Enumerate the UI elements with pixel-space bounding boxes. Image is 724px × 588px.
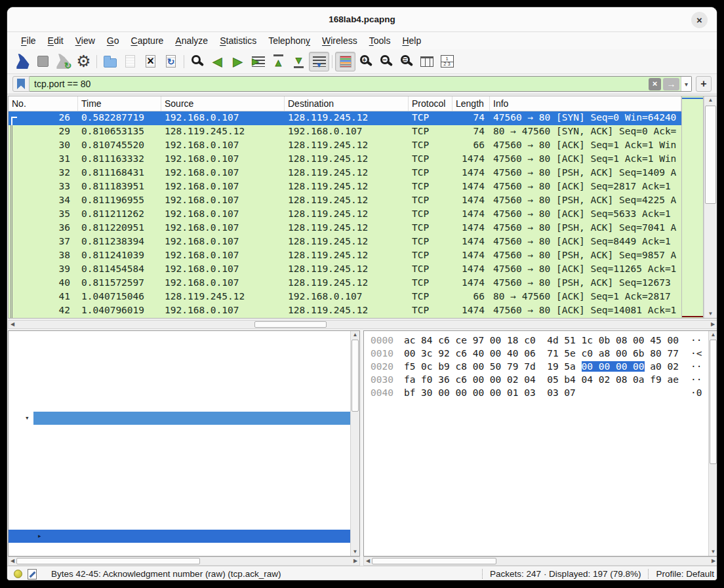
scroll-down-arrow[interactable] — [704, 310, 717, 318]
packet-map[interactable] — [681, 96, 704, 318]
filter-bookmark-button[interactable] — [12, 76, 30, 92]
scrollbar-thumb[interactable] — [254, 321, 327, 328]
go-to-bottom-button[interactable] — [289, 52, 309, 71]
filter-dropdown-caret[interactable]: ▾ — [681, 77, 691, 91]
packet-row[interactable]: 33 0.811183951 192.168.0.107 128.119.245… — [9, 180, 681, 194]
packet-row[interactable]: 36 0.811220951 192.168.0.107 128.119.245… — [9, 222, 681, 235]
save-file-button[interactable] — [120, 52, 140, 71]
detail-line[interactable]: ▸.... .... ..1. = Syn: Set — [9, 530, 350, 543]
hex-hscrollbar[interactable] — [363, 557, 717, 566]
expert-info-icon[interactable] — [14, 570, 22, 578]
column-header[interactable]: Destination — [285, 96, 409, 111]
detail-line[interactable]: .... 0... .... = Congestion Window Reduc… — [9, 451, 350, 464]
packet-row[interactable]: 26 0.582287719 192.168.0.107 128.119.245… — [9, 111, 681, 125]
packet-row[interactable]: 39 0.811454584 192.168.0.107 128.119.245… — [9, 263, 681, 277]
column-header[interactable]: Info — [490, 96, 681, 111]
scroll-up-arrow[interactable] — [351, 331, 359, 339]
start-capture-button[interactable] — [12, 52, 33, 71]
menu-item[interactable]: Edit — [42, 33, 70, 48]
capture-options-button[interactable] — [73, 52, 94, 71]
restart-capture-button[interactable] — [53, 52, 73, 71]
filter-clear-button[interactable]: × — [649, 78, 661, 90]
filter-apply-button[interactable]: → — [663, 78, 679, 90]
column-header[interactable]: Length — [452, 96, 490, 111]
scroll-left-arrow[interactable] — [9, 557, 16, 565]
go-forward-button[interactable] — [228, 52, 248, 71]
detail-line[interactable]: .... ...0 .... = Acknowledgment: Not set — [9, 490, 350, 503]
menu-item[interactable]: File — [15, 33, 42, 48]
column-header[interactable]: Time — [78, 96, 161, 111]
menu-item[interactable]: Wireless — [316, 33, 363, 48]
menu-item[interactable]: Statistics — [214, 33, 262, 48]
go-back-button[interactable] — [207, 52, 228, 71]
go-to-packet-button[interactable] — [248, 52, 268, 71]
hex-row[interactable]: 001000 3c 92 c6 40 00 40 06 71 5e c0 a8 … — [364, 347, 708, 360]
packet-row[interactable]: 42 1.040796019 192.168.0.107 128.119.245… — [9, 304, 681, 318]
scroll-right-arrow[interactable] — [352, 557, 359, 565]
detail-line[interactable]: ▾Flags: 0x002 (SYN) — [9, 412, 350, 425]
column-header[interactable]: No. — [9, 96, 78, 111]
display-filter-input[interactable] — [30, 77, 649, 91]
layout-button[interactable] — [437, 52, 457, 71]
scroll-down-arrow[interactable] — [709, 548, 717, 556]
menu-item[interactable]: Analyze — [169, 33, 214, 48]
menu-item[interactable]: Capture — [125, 33, 170, 48]
scroll-right-arrow[interactable] — [710, 557, 717, 565]
menu-item[interactable]: Help — [396, 33, 427, 48]
packet-row[interactable]: 34 0.811196955 192.168.0.107 128.119.245… — [9, 194, 681, 208]
detail-line[interactable]: .... .... ...0 = Fin: Not set — [9, 543, 350, 556]
find-packet-button[interactable] — [187, 52, 207, 71]
close-file-button[interactable] — [140, 52, 161, 71]
zoom-in-button[interactable] — [355, 52, 376, 71]
detail-line[interactable]: ...0 .... .... = Accurate ECN: Not set — [9, 438, 350, 451]
packet-row[interactable]: 32 0.811168431 192.168.0.107 128.119.245… — [9, 167, 681, 180]
detail-line[interactable]: 1010 .... = Header Length: 40 bytes (10) — [9, 399, 350, 412]
detail-line[interactable]: Acknowledgment number (raw): 0 — [9, 385, 350, 399]
detail-line[interactable]: Sequence Number: 0 (relative sequence nu… — [9, 333, 350, 346]
hex-row[interactable]: 0040bf 30 00 00 00 00 01 03 03 07 ·0 — [364, 386, 708, 399]
hex-vscrollbar[interactable] — [708, 331, 717, 556]
scrollbar-thumb[interactable] — [710, 340, 717, 464]
menu-item[interactable]: Telephony — [262, 33, 316, 48]
packet-row[interactable]: 31 0.811163332 192.168.0.107 128.119.245… — [9, 153, 681, 167]
menu-item[interactable]: View — [70, 33, 101, 48]
hex-row[interactable]: 0000ac 84 c6 ce 97 00 18 c0 4d 51 1c 0b … — [364, 334, 708, 347]
details-vscrollbar[interactable] — [350, 331, 359, 556]
packet-row[interactable]: 41 1.040715046 128.119.245.12 192.168.0.… — [9, 290, 681, 304]
packet-row[interactable]: 38 0.811241039 192.168.0.107 128.119.245… — [9, 249, 681, 263]
open-file-button[interactable] — [100, 52, 120, 71]
scroll-left-arrow[interactable] — [9, 321, 16, 328]
capture-comment-icon[interactable] — [28, 569, 37, 579]
auto-scroll-button[interactable] — [309, 52, 329, 71]
scrollbar-thumb[interactable] — [705, 106, 716, 204]
scroll-left-arrow[interactable] — [364, 557, 372, 565]
detail-line[interactable]: Acknowledgment Number: 0 — [9, 372, 350, 385]
scroll-up-arrow[interactable] — [709, 331, 717, 339]
scrollbar-thumb[interactable] — [352, 340, 359, 412]
packet-row[interactable]: 40 0.811572597 192.168.0.107 128.119.245… — [9, 277, 681, 290]
stop-capture-button[interactable] — [33, 52, 53, 71]
detail-line[interactable]: 000. .... .... = Reserved: Not set — [9, 425, 350, 438]
go-to-top-button[interactable] — [268, 52, 289, 71]
packet-row[interactable]: 29 0.810653135 128.119.245.12 192.168.0.… — [9, 125, 681, 139]
detail-line[interactable]: [Next Sequence Number: 1 (relative seque… — [9, 359, 350, 372]
expander-icon[interactable]: ▾ — [25, 412, 34, 425]
detail-line[interactable]: .... .0.. .... = ECN-Echo: Not set — [9, 464, 350, 477]
column-header[interactable]: Protocol — [409, 96, 452, 111]
details-hscrollbar[interactable] — [8, 557, 360, 566]
packet-list-vscrollbar[interactable] — [704, 96, 717, 318]
zoom-out-button[interactable] — [376, 52, 396, 71]
detail-line[interactable]: .... ..0. .... = Urgent: Not set — [9, 477, 350, 490]
packet-row[interactable]: 37 0.811238394 192.168.0.107 128.119.245… — [9, 235, 681, 249]
packet-row[interactable]: 35 0.811211262 192.168.0.107 128.119.245… — [9, 208, 681, 222]
menu-item[interactable]: Tools — [363, 33, 397, 48]
hex-row[interactable]: 0030fa f0 36 c6 00 00 02 04 05 b4 04 02 … — [364, 373, 708, 386]
reload-file-button[interactable] — [161, 52, 181, 71]
detail-line[interactable]: Sequence Number (raw): 2038241626 — [9, 346, 350, 359]
column-header[interactable]: Source — [161, 96, 285, 111]
colorize-button[interactable] — [335, 52, 355, 71]
resize-columns-button[interactable] — [416, 52, 437, 71]
scrollbar-thumb[interactable] — [372, 558, 496, 564]
expander-icon[interactable]: ▸ — [37, 530, 47, 543]
zoom-100-button[interactable] — [396, 52, 416, 71]
